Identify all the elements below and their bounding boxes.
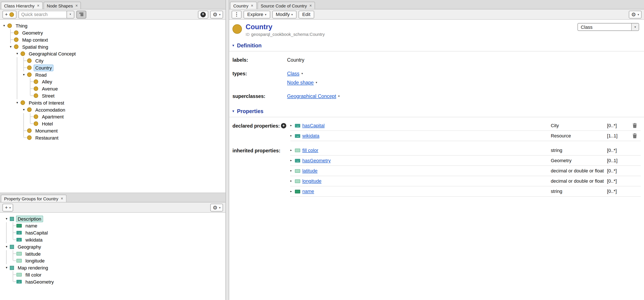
property-link[interactable]: longitude — [302, 179, 321, 184]
properties-section-header[interactable]: ▾ Properties — [229, 106, 644, 117]
datatype-property-icon — [295, 179, 300, 183]
expand-property-icon[interactable]: ▸ — [290, 124, 295, 127]
panel-settings-button[interactable]: ⚙ ▾ — [210, 204, 223, 211]
type-link-class[interactable]: Class — [287, 71, 300, 77]
tree-guide — [20, 92, 27, 99]
chevron-down-icon[interactable]: ▾ — [302, 72, 303, 75]
resource-type-combo[interactable]: Class ▾ — [578, 23, 639, 31]
tree-item[interactable]: ▾Description — [3, 215, 225, 222]
panel-splitter[interactable] — [226, 0, 229, 300]
search-options-caret[interactable]: ▾ — [66, 11, 74, 18]
tab-node-shapes[interactable]: Node Shapes × — [44, 2, 81, 9]
tree-item[interactable]: Geometry — [1, 29, 226, 36]
add-property-group-button[interactable]: + ▾ — [2, 204, 14, 211]
property-link[interactable]: hasCapital — [302, 123, 324, 128]
expand-property-icon[interactable]: ▸ — [290, 148, 295, 152]
tree-item[interactable]: →hasGeometry — [3, 278, 225, 285]
tree-item[interactable]: name — [3, 222, 225, 229]
close-icon[interactable]: × — [310, 4, 312, 8]
expand-toggle-icon[interactable]: ▾ — [8, 43, 14, 50]
property-link[interactable]: wikidata — [302, 133, 319, 138]
tree-item[interactable]: Street — [1, 92, 226, 99]
chevron-down-icon[interactable]: ▾ — [316, 81, 317, 84]
panel-settings-button[interactable]: ⚙ ▾ — [210, 11, 223, 18]
expand-property-icon[interactable]: ▸ — [290, 190, 295, 193]
tree-guide — [8, 99, 14, 106]
expand-toggle-icon[interactable]: ▾ — [3, 243, 10, 250]
expand-toggle-icon[interactable]: ▾ — [3, 264, 10, 271]
tree-item[interactable]: Hotel — [1, 120, 226, 127]
tree-item[interactable]: Alley — [1, 78, 226, 85]
tree-item[interactable]: Apartment — [1, 113, 226, 120]
kebab-menu-button[interactable]: ⋮ — [232, 11, 242, 18]
close-icon[interactable]: × — [61, 197, 63, 201]
tree-item[interactable]: latitude — [3, 250, 225, 257]
property-link[interactable]: hasGeometry — [302, 158, 330, 163]
object-property-icon: → — [295, 124, 300, 127]
collapse-icon[interactable]: ▾ — [232, 44, 234, 47]
add-root-class-button[interactable]: + — [198, 11, 208, 18]
class-icon — [14, 37, 18, 42]
type-value: Node shape ▾ — [287, 80, 317, 86]
superclass-link[interactable]: Geographical Concept — [287, 93, 336, 99]
expand-toggle-icon[interactable]: ▾ — [14, 50, 21, 57]
tree-item[interactable]: →wikidata — [3, 236, 225, 243]
editor-settings-button[interactable]: ⚙ ▾ — [629, 11, 642, 18]
tree-guide — [1, 85, 8, 92]
expand-toggle-icon[interactable]: ▾ — [3, 215, 10, 222]
tree-item[interactable]: →hasCapital — [3, 229, 225, 236]
add-declared-property-button[interactable]: + — [281, 123, 286, 128]
tree-item[interactable]: Monument — [1, 127, 226, 134]
tree-item[interactable]: City — [1, 57, 226, 64]
tab-source-code[interactable]: Source Code of Country × — [257, 2, 315, 9]
type-link-node-shape[interactable]: Node shape — [287, 80, 314, 86]
tree-item[interactable]: ▾Road — [1, 71, 226, 78]
tree-item[interactable]: Restaurant — [1, 134, 226, 141]
close-icon[interactable]: × — [37, 4, 40, 8]
tree-item[interactable]: ▾Map rendering — [3, 264, 225, 271]
create-class-button[interactable]: + — [2, 11, 16, 18]
property-cardinality: [0..*] — [607, 189, 632, 194]
tree-item[interactable]: fill color — [3, 271, 225, 278]
expand-toggle-icon[interactable]: ▾ — [20, 71, 27, 78]
tree-item[interactable]: Map context — [1, 36, 226, 43]
tree-item[interactable]: ▾Accomodation — [1, 106, 226, 113]
tab-country[interactable]: Country × — [230, 2, 256, 9]
tree-item[interactable]: longitude — [3, 257, 225, 264]
edit-button[interactable]: Edit — [298, 11, 314, 18]
tree-item[interactable]: ▾Spatial thing — [1, 43, 226, 50]
delete-property-button[interactable] — [632, 123, 641, 128]
property-link[interactable]: name — [302, 189, 314, 194]
expand-toggle-icon[interactable]: ▾ — [1, 22, 8, 29]
tree-guide — [8, 106, 14, 113]
definition-section-header[interactable]: ▾ Definition — [229, 41, 644, 51]
tree-item[interactable]: ▾Points of Interest — [1, 99, 226, 106]
close-icon[interactable]: × — [251, 4, 253, 8]
collapse-icon[interactable]: ▾ — [232, 110, 234, 113]
tab-property-groups[interactable]: Property Groups for Country × — [1, 195, 66, 202]
delete-property-button[interactable] — [632, 133, 641, 138]
tree-connector — [10, 229, 16, 236]
expand-property-icon[interactable]: ▸ — [290, 134, 295, 137]
chevron-down-icon[interactable]: ▾ — [631, 24, 639, 31]
search-input[interactable] — [18, 11, 66, 18]
class-icon — [9, 12, 14, 17]
tab-class-hierarchy[interactable]: Class Hierarchy × — [1, 2, 43, 9]
tree-item[interactable]: Avenue — [1, 85, 226, 92]
tree-item[interactable]: ▾Thing — [1, 22, 226, 29]
chevron-down-icon[interactable]: ▾ — [338, 95, 340, 98]
explore-button[interactable]: Explore ▾ — [244, 11, 270, 18]
expand-toggle-icon[interactable]: ▾ — [20, 106, 27, 113]
property-link[interactable]: latitude — [302, 168, 318, 173]
tree-item[interactable]: Country — [1, 64, 226, 71]
tree-item[interactable]: ▾Geography — [3, 243, 225, 250]
modify-button[interactable]: Modify ▾ — [272, 11, 297, 18]
tree-item[interactable]: ▾Geographical Concept — [1, 50, 226, 57]
hierarchy-view-toggle[interactable] — [76, 11, 86, 18]
expand-toggle-icon[interactable]: ▾ — [14, 99, 21, 106]
expand-property-icon[interactable]: ▸ — [290, 159, 295, 162]
property-link[interactable]: fill color — [302, 148, 318, 153]
close-icon[interactable]: × — [76, 4, 78, 8]
expand-property-icon[interactable]: ▸ — [290, 169, 295, 172]
expand-property-icon[interactable]: ▸ — [290, 180, 295, 183]
